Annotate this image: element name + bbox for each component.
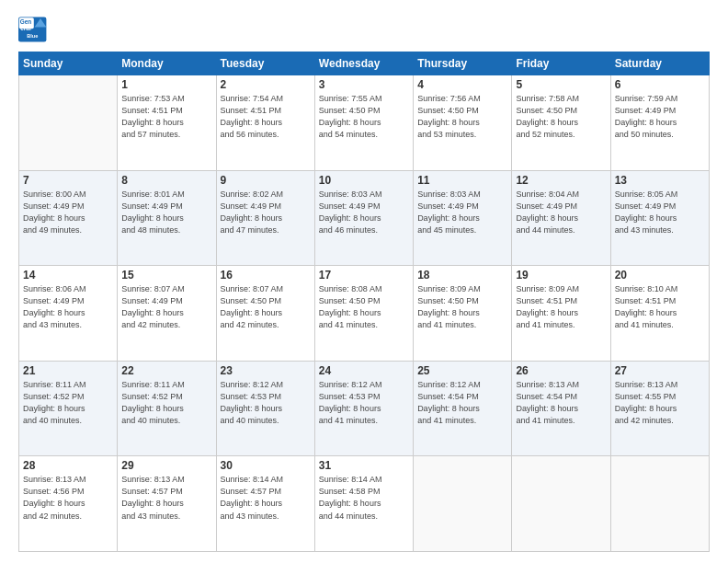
sunrise-text: Sunrise: 8:11 AM (121, 379, 211, 391)
day-number: 19 (516, 269, 606, 282)
weekday-header-monday: Monday (118, 52, 216, 75)
calendar-week-3: 14Sunrise: 8:06 AMSunset: 4:49 PMDayligh… (19, 266, 710, 362)
day-number: 25 (417, 364, 507, 377)
calendar-cell: 12Sunrise: 8:04 AMSunset: 4:49 PMDayligh… (512, 170, 610, 266)
daylight-text: Daylight: 8 hours (417, 403, 507, 415)
sunset-text: Sunset: 4:52 PM (23, 391, 113, 403)
daylight-text-cont: and 47 minutes. (221, 224, 311, 236)
daylight-text: Daylight: 8 hours (23, 213, 113, 224)
calendar-cell: 23Sunrise: 8:12 AMSunset: 4:53 PMDayligh… (216, 361, 314, 456)
sunset-text: Sunset: 4:51 PM (121, 105, 211, 117)
calendar-cell: 18Sunrise: 8:09 AMSunset: 4:50 PMDayligh… (414, 266, 512, 362)
calendar-week-5: 28Sunrise: 8:13 AMSunset: 4:56 PMDayligh… (19, 456, 710, 552)
calendar-cell: 28Sunrise: 8:13 AMSunset: 4:56 PMDayligh… (19, 456, 118, 552)
daylight-text-cont: and 40 minutes. (221, 415, 311, 427)
page: Gen eral Blue SundayMondayTuesdayWednesd… (0, 0, 728, 563)
daylight-text-cont: and 49 minutes. (23, 224, 113, 236)
calendar-cell (414, 456, 512, 552)
daylight-text: Daylight: 8 hours (417, 213, 507, 224)
day-number: 2 (221, 78, 311, 91)
sunset-text: Sunset: 4:50 PM (319, 295, 409, 307)
day-info: Sunrise: 8:11 AMSunset: 4:52 PMDaylight:… (121, 379, 211, 427)
day-info: Sunrise: 8:10 AMSunset: 4:51 PMDaylight:… (615, 283, 705, 331)
sunrise-text: Sunrise: 7:58 AM (516, 93, 606, 105)
day-info: Sunrise: 8:13 AMSunset: 4:57 PMDaylight:… (121, 474, 211, 522)
daylight-text-cont: and 54 minutes. (319, 129, 409, 141)
calendar-cell: 13Sunrise: 8:05 AMSunset: 4:49 PMDayligh… (610, 170, 709, 266)
day-number: 14 (23, 269, 113, 282)
sunrise-text: Sunrise: 8:04 AM (516, 189, 606, 201)
weekday-header-friday: Friday (512, 52, 610, 75)
day-number: 1 (121, 78, 211, 91)
calendar-body: 1Sunrise: 7:53 AMSunset: 4:51 PMDaylight… (19, 75, 710, 552)
day-number: 12 (516, 174, 606, 187)
sunrise-text: Sunrise: 7:59 AM (615, 93, 705, 105)
day-info: Sunrise: 8:03 AMSunset: 4:49 PMDaylight:… (319, 189, 409, 236)
daylight-text: Daylight: 8 hours (319, 307, 409, 319)
daylight-text-cont: and 41 minutes. (417, 415, 507, 427)
calendar-week-1: 1Sunrise: 7:53 AMSunset: 4:51 PMDaylight… (19, 75, 710, 171)
daylight-text: Daylight: 8 hours (221, 213, 311, 224)
calendar-cell: 3Sunrise: 7:55 AMSunset: 4:50 PMDaylight… (314, 75, 413, 171)
calendar-cell: 27Sunrise: 8:13 AMSunset: 4:55 PMDayligh… (610, 361, 709, 456)
day-info: Sunrise: 8:11 AMSunset: 4:52 PMDaylight:… (23, 379, 113, 427)
sunrise-text: Sunrise: 7:54 AM (221, 93, 311, 105)
day-number: 27 (615, 364, 705, 377)
calendar-cell: 7Sunrise: 8:00 AMSunset: 4:49 PMDaylight… (19, 170, 118, 266)
day-info: Sunrise: 8:02 AMSunset: 4:49 PMDaylight:… (221, 189, 311, 236)
sunset-text: Sunset: 4:50 PM (221, 295, 311, 307)
sunset-text: Sunset: 4:54 PM (516, 391, 606, 403)
daylight-text: Daylight: 8 hours (516, 117, 606, 129)
day-number: 21 (23, 364, 113, 377)
daylight-text-cont: and 46 minutes. (319, 224, 409, 236)
sunrise-text: Sunrise: 8:13 AM (23, 474, 113, 486)
sunrise-text: Sunrise: 8:01 AM (121, 189, 211, 201)
calendar-cell: 4Sunrise: 7:56 AMSunset: 4:50 PMDaylight… (414, 75, 512, 171)
day-info: Sunrise: 8:09 AMSunset: 4:50 PMDaylight:… (417, 283, 507, 331)
sunrise-text: Sunrise: 8:12 AM (221, 379, 311, 391)
daylight-text: Daylight: 8 hours (615, 213, 705, 224)
sunrise-text: Sunrise: 7:55 AM (319, 93, 409, 105)
calendar-cell: 22Sunrise: 8:11 AMSunset: 4:52 PMDayligh… (118, 361, 216, 456)
day-number: 6 (615, 78, 705, 91)
daylight-text: Daylight: 8 hours (615, 307, 705, 319)
sunset-text: Sunset: 4:50 PM (319, 105, 409, 117)
calendar-cell: 8Sunrise: 8:01 AMSunset: 4:49 PMDaylight… (118, 170, 216, 266)
day-info: Sunrise: 8:07 AMSunset: 4:50 PMDaylight:… (221, 283, 311, 331)
sunrise-text: Sunrise: 8:03 AM (319, 189, 409, 201)
sunset-text: Sunset: 4:49 PM (319, 201, 409, 213)
weekday-header-thursday: Thursday (414, 52, 512, 75)
day-info: Sunrise: 8:12 AMSunset: 4:53 PMDaylight:… (221, 379, 311, 427)
calendar-cell: 24Sunrise: 8:12 AMSunset: 4:53 PMDayligh… (314, 361, 413, 456)
sunrise-text: Sunrise: 8:09 AM (417, 283, 507, 295)
sunrise-text: Sunrise: 8:05 AM (615, 189, 705, 201)
logo: Gen eral Blue (18, 17, 51, 42)
daylight-text-cont: and 43 minutes. (121, 511, 211, 523)
calendar-header-row: SundayMondayTuesdayWednesdayThursdayFrid… (19, 52, 710, 75)
daylight-text: Daylight: 8 hours (615, 403, 705, 415)
sunset-text: Sunset: 4:53 PM (221, 391, 311, 403)
sunset-text: Sunset: 4:49 PM (121, 295, 211, 307)
day-info: Sunrise: 8:12 AMSunset: 4:54 PMDaylight:… (417, 379, 507, 427)
sunset-text: Sunset: 4:50 PM (417, 105, 507, 117)
day-number: 7 (23, 174, 113, 187)
day-info: Sunrise: 8:00 AMSunset: 4:49 PMDaylight:… (23, 189, 113, 236)
day-number: 18 (417, 269, 507, 282)
day-number: 9 (221, 174, 311, 187)
daylight-text: Daylight: 8 hours (121, 117, 211, 129)
daylight-text-cont: and 41 minutes. (319, 415, 409, 427)
day-number: 5 (516, 78, 606, 91)
daylight-text-cont: and 42 minutes. (121, 319, 211, 331)
daylight-text-cont: and 43 minutes. (23, 319, 113, 331)
day-info: Sunrise: 8:12 AMSunset: 4:53 PMDaylight:… (319, 379, 409, 427)
daylight-text: Daylight: 8 hours (516, 213, 606, 224)
sunset-text: Sunset: 4:49 PM (23, 295, 113, 307)
daylight-text-cont: and 43 minutes. (615, 224, 705, 236)
day-info: Sunrise: 8:03 AMSunset: 4:49 PMDaylight:… (417, 189, 507, 236)
calendar-cell (512, 456, 610, 552)
sunset-text: Sunset: 4:49 PM (516, 201, 606, 213)
calendar-cell: 14Sunrise: 8:06 AMSunset: 4:49 PMDayligh… (19, 266, 118, 362)
daylight-text-cont: and 42 minutes. (615, 415, 705, 427)
calendar-cell: 21Sunrise: 8:11 AMSunset: 4:52 PMDayligh… (19, 361, 118, 456)
day-number: 23 (221, 364, 311, 377)
